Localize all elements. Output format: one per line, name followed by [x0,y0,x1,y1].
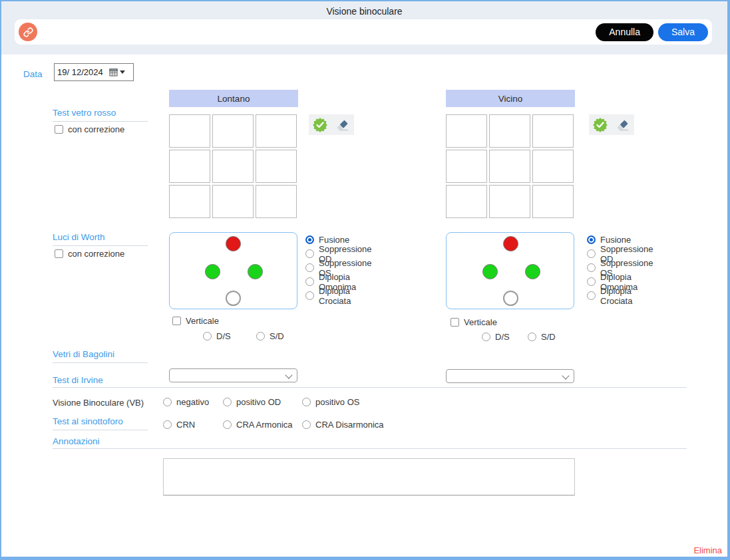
bagolini-select-far[interactable] [169,368,297,382]
approve-button[interactable] [312,117,328,133]
worth-far-option-diplopia-crociata[interactable]: Diplopia Crociata [305,289,372,303]
radio-sd[interactable] [528,333,536,341]
synoptophore-option-crn[interactable]: CRN [163,420,195,430]
radio-diplopia-omonima[interactable] [587,277,596,286]
radio-diplopia-crociata[interactable] [587,291,596,300]
date-dropdown-caret[interactable] [120,70,125,74]
radio-ds[interactable] [203,332,212,341]
far-panel: Lontano [169,90,362,369]
worth-correction-checkbox[interactable] [55,249,63,258]
far-column-header: Lontano [169,90,298,107]
red-glass-cell[interactable] [212,114,254,148]
red-glass-cell[interactable] [532,185,574,218]
annotations-divider [53,448,687,449]
worth-near-vertical[interactable]: Verticale [451,317,497,327]
worth-green-light-left [205,264,220,279]
radio-cra-disarmonica[interactable] [302,420,311,429]
worth-near-ds[interactable]: D/S [482,332,510,342]
vb-label: Visione Binoculare (VB) [53,398,144,408]
radio-negativo[interactable] [163,398,172,406]
red-glass-grid-far [169,114,297,218]
synoptophore-section-label: Test al sinottoforo [53,416,148,430]
near-column-header: Vicino [446,90,575,107]
toolbar: Annulla Salva [15,19,712,45]
calendar-icon[interactable] [109,68,125,76]
worth-with-correction[interactable]: con correzione [55,249,124,259]
cancel-button[interactable]: Annulla [596,23,653,41]
red-glass-cell[interactable] [532,150,574,183]
vb-option-positivo-od[interactable]: positivo OD [223,397,281,407]
radio-soppressione-od[interactable] [587,249,596,258]
worth-red-light [503,236,518,251]
synoptophore-option-cra-armonica[interactable]: CRA Armonica [223,420,293,430]
save-button[interactable]: Salva [658,23,708,41]
red-glass-cell[interactable] [489,150,530,183]
red-glass-cell[interactable] [446,114,487,148]
date-field[interactable] [54,63,134,81]
seal-check-icon [592,117,608,133]
radio-fusione[interactable] [587,235,596,244]
erase-button[interactable] [335,117,351,133]
radio-cra-armonica[interactable] [223,420,232,429]
far-grid-actions [309,114,354,135]
radio-diplopia-crociata[interactable] [305,291,314,300]
radio-diplopia-omonima[interactable] [305,277,314,286]
worth-green-light-right [525,264,540,279]
radio-sd[interactable] [256,332,265,341]
vertical-checkbox[interactable] [451,318,459,327]
radio-soppressione-os[interactable] [587,263,596,272]
red-glass-cell[interactable] [169,114,210,148]
red-glass-correction-label: con correzione [68,124,124,134]
radio-positivo-os[interactable] [302,398,311,406]
worth-far-vertical[interactable]: Verticale [172,316,219,326]
red-glass-cell[interactable] [212,185,254,218]
link-icon [23,27,33,37]
radio-soppressione-os[interactable] [305,263,314,272]
red-glass-cell[interactable] [212,150,254,183]
red-glass-cell[interactable] [256,114,297,148]
eraser-icon [335,117,351,133]
dialog-title: Visione binoculare [1,6,727,17]
red-glass-cell[interactable] [446,185,487,218]
annotations-section-label: Annotazioni [53,436,100,446]
red-glass-cell[interactable] [256,150,297,183]
bagolini-select-near[interactable] [446,369,574,383]
title-bar: Visione binoculare Annulla Salva [1,1,727,55]
visione-binoculare-dialog: Visione binoculare Annulla Salva Data [0,0,730,560]
red-glass-cell[interactable] [489,114,530,148]
vb-option-positivo-os[interactable]: positivo OS [302,397,359,407]
worth-green-light-right [248,264,263,279]
worth-near-option-diplopia-crociata[interactable]: Diplopia Crociata [587,289,653,303]
eraser-icon [615,117,631,133]
worth-far-ds[interactable]: D/S [203,331,231,341]
radio-soppressione-od[interactable] [305,249,314,258]
red-glass-cell[interactable] [256,185,297,218]
link-button[interactable] [19,23,37,41]
red-glass-grid-near [446,114,574,218]
near-panel: Vicino [446,90,639,369]
worth-far-sd[interactable]: S/D [256,331,284,341]
synoptophore-option-cra-disarmonica[interactable]: CRA Disarmonica [302,420,384,430]
red-glass-cell[interactable] [446,150,487,183]
red-glass-with-correction[interactable]: con correzione [55,124,124,134]
near-grid-actions [589,114,634,135]
radio-fusione[interactable] [305,235,314,244]
vb-option-negativo[interactable]: negativo [163,397,209,407]
red-glass-cell[interactable] [169,150,210,183]
vertical-checkbox[interactable] [172,317,181,325]
worth-correction-label: con correzione [68,249,124,259]
red-glass-cell[interactable] [532,114,574,148]
radio-positivo-od[interactable] [223,398,232,406]
worth-near-sd[interactable]: S/D [528,332,556,342]
delete-button[interactable]: Elimina [693,545,722,555]
red-glass-cell[interactable] [489,185,530,218]
red-glass-section-label: Test vetro rosso [53,108,148,122]
annotations-textarea[interactable] [163,458,575,495]
red-glass-cell[interactable] [169,185,210,218]
date-input[interactable] [57,67,109,77]
approve-button[interactable] [592,117,608,133]
radio-ds[interactable] [482,333,490,341]
radio-crn[interactable] [163,420,172,429]
red-glass-correction-checkbox[interactable] [55,125,63,134]
erase-button[interactable] [615,117,631,133]
